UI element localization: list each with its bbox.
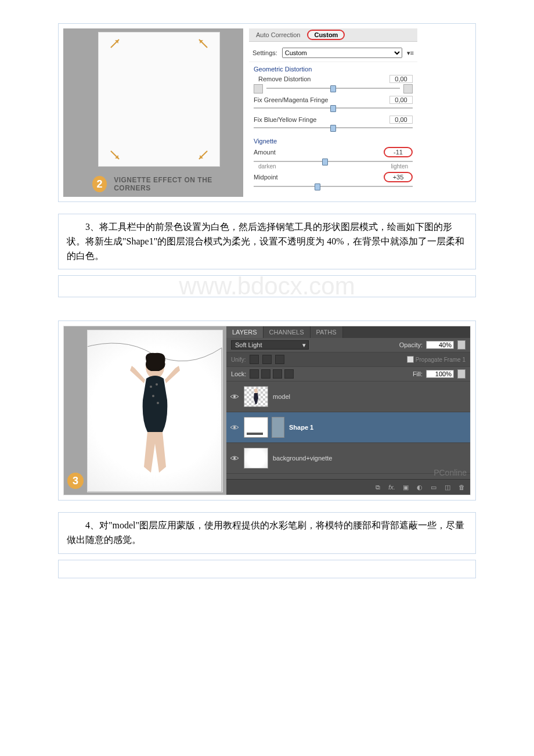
unify-style-icon[interactable] bbox=[275, 355, 284, 364]
layer-row-background[interactable]: background+vignette bbox=[226, 443, 470, 474]
svg-point-7 bbox=[233, 426, 236, 429]
opacity-label: Opacity: bbox=[399, 341, 423, 348]
settings-select[interactable]: Custom bbox=[282, 48, 402, 58]
corner-arrow-icon bbox=[110, 150, 120, 160]
layer-thumb bbox=[244, 417, 268, 438]
layer-thumb bbox=[244, 448, 268, 469]
step-label: VIGNETTE EFFECT ON THE CORNERS bbox=[114, 176, 237, 192]
fix-gm-value[interactable]: 0,00 bbox=[389, 96, 413, 104]
fix-by-label: Fix Blue/Yellow Fringe bbox=[254, 116, 316, 123]
visibility-eye-icon[interactable] bbox=[230, 455, 239, 462]
lock-position-icon[interactable] bbox=[273, 369, 282, 379]
lock-transparency-icon[interactable] bbox=[250, 369, 259, 379]
pincushion-icon bbox=[403, 84, 413, 93]
model-figure bbox=[123, 351, 187, 478]
layer-name: Shape 1 bbox=[289, 424, 467, 431]
trash-icon[interactable]: 🗑 bbox=[457, 483, 466, 491]
canvas-preview: 2 VIGNETTE EFFECT ON THE CORNERS bbox=[63, 28, 243, 197]
vector-mask-thumb bbox=[272, 417, 284, 438]
amount-slider[interactable] bbox=[254, 161, 413, 162]
fx-icon[interactable]: fx. bbox=[388, 483, 396, 491]
svg-point-1 bbox=[150, 386, 152, 388]
corner-arrow-icon bbox=[110, 39, 120, 48]
amount-label: Amount bbox=[254, 149, 276, 156]
instruction-step-4: 4、对"model"图层应用蒙版，使用教程提供的水彩笔刷，将模特的腰部和背部遮蔽… bbox=[58, 512, 476, 554]
unify-visibility-icon[interactable] bbox=[262, 355, 272, 364]
midpoint-slider[interactable] bbox=[254, 186, 413, 187]
step-badge: 3 bbox=[67, 473, 84, 489]
fix-by-value[interactable]: 0,00 bbox=[389, 116, 413, 124]
tab-paths[interactable]: PATHS bbox=[311, 326, 343, 338]
propagate-checkbox[interactable] bbox=[407, 356, 414, 363]
svg-point-5 bbox=[233, 395, 236, 398]
step-badge: 2 bbox=[92, 176, 107, 192]
section-geometric: Geometric Distortion bbox=[249, 62, 417, 74]
spacer-box: www.bdocx.com bbox=[58, 275, 476, 297]
link-layers-icon[interactable]: ⧉ bbox=[374, 483, 382, 491]
fix-gm-label: Fix Green/Magenta Fringe bbox=[254, 96, 328, 103]
fill-label: Fill: bbox=[413, 370, 423, 377]
darken-label: darken bbox=[258, 163, 276, 170]
propagate-label: Propagate Frame 1 bbox=[416, 357, 466, 363]
spacer-box-bottom bbox=[58, 560, 476, 578]
mask-icon[interactable]: ▣ bbox=[402, 483, 410, 491]
group-icon[interactable]: ▭ bbox=[430, 483, 438, 491]
fix-gm-slider[interactable] bbox=[254, 107, 413, 109]
layer-name: background+vignette bbox=[273, 455, 467, 462]
blend-mode-select[interactable]: Soft Light bbox=[231, 340, 309, 350]
layer-name: model bbox=[273, 393, 467, 400]
tab-channels[interactable]: CHANNELS bbox=[264, 326, 311, 338]
visibility-eye-icon[interactable] bbox=[230, 393, 239, 400]
barrel-icon bbox=[254, 84, 263, 93]
svg-point-3 bbox=[152, 395, 154, 397]
corner-arrow-icon bbox=[199, 150, 208, 160]
layer-row-shape1[interactable]: Shape 1 bbox=[226, 412, 470, 443]
svg-point-8 bbox=[233, 457, 236, 459]
lock-all-icon[interactable] bbox=[284, 369, 294, 379]
svg-point-4 bbox=[157, 402, 159, 404]
settings-label: Settings: bbox=[252, 49, 277, 56]
panel-tabs: Auto Correction Custom bbox=[249, 28, 417, 42]
lens-correction-panel: Auto Correction Custom Settings: Custom … bbox=[249, 28, 417, 197]
tab-auto-correction[interactable]: Auto Correction bbox=[249, 30, 307, 40]
remove-distortion-slider[interactable] bbox=[266, 88, 400, 89]
opacity-flyout-icon[interactable] bbox=[457, 340, 466, 350]
layers-panel: LAYERS CHANNELS PATHS Soft Light Opacity… bbox=[226, 326, 470, 495]
tab-layers[interactable]: LAYERS bbox=[226, 326, 264, 338]
visibility-eye-icon[interactable] bbox=[230, 424, 239, 431]
canvas-preview-2: 3 bbox=[64, 326, 226, 495]
midpoint-label: Midpoint bbox=[254, 174, 278, 181]
fill-flyout-icon[interactable] bbox=[457, 369, 466, 379]
layer-row-model[interactable]: model bbox=[226, 381, 470, 412]
new-layer-icon[interactable]: ◫ bbox=[443, 483, 452, 491]
panel-menu-icon[interactable]: ▾≡ bbox=[407, 49, 414, 57]
corner-arrow-icon bbox=[199, 39, 208, 48]
figure-2-container: 3 LAYERS CHANNELS PATHS Soft Light Opaci… bbox=[58, 321, 476, 501]
lock-pixels-icon[interactable] bbox=[261, 369, 270, 379]
fix-by-slider[interactable] bbox=[254, 127, 413, 128]
figure-1-container: 2 VIGNETTE EFFECT ON THE CORNERS Auto Co… bbox=[58, 23, 476, 202]
tab-custom[interactable]: Custom bbox=[307, 30, 345, 40]
lighten-label: lighten bbox=[391, 163, 408, 170]
fill-input[interactable]: 100% bbox=[426, 370, 454, 378]
layer-thumb bbox=[244, 386, 268, 407]
instruction-step-3: 3、将工具栏中的前景色设置为白色，然后选择钢笔工具的形状图层模式，绘画如下图的形… bbox=[58, 214, 476, 269]
lock-label: Lock: bbox=[231, 370, 246, 377]
remove-distortion-label: Remove Distortion bbox=[254, 75, 311, 82]
svg-point-6 bbox=[254, 388, 258, 393]
svg-point-2 bbox=[156, 383, 158, 386]
unify-position-icon[interactable] bbox=[250, 355, 259, 364]
watermark: www.bdocx.com bbox=[179, 272, 355, 300]
section-vignette: Vignette bbox=[249, 134, 417, 146]
unify-label: Unify: bbox=[231, 357, 246, 363]
remove-distortion-value[interactable]: 0,00 bbox=[389, 75, 413, 83]
amount-value[interactable]: -11 bbox=[384, 147, 413, 157]
opacity-input[interactable]: 40% bbox=[426, 341, 454, 349]
midpoint-value[interactable]: +35 bbox=[384, 172, 413, 182]
adjustment-icon[interactable]: ◐ bbox=[416, 483, 424, 491]
